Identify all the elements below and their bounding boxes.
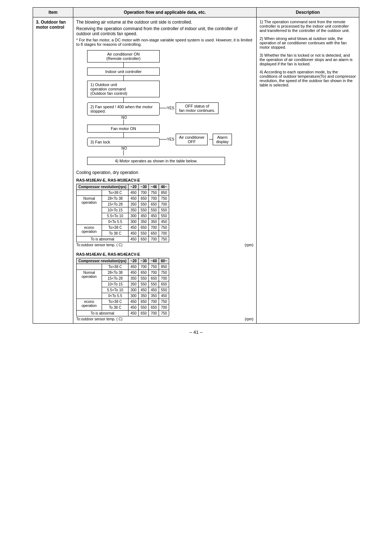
t1-h0: Compressor revolution(rps) <box>77 184 128 190</box>
flow-box-4: 4) Motor operates as shown in the table … <box>87 157 225 165</box>
table-row: Normaloperation 28<To 38 450650700750 <box>77 196 169 202</box>
table-row: To is abnormal 450650700750 <box>77 236 169 242</box>
table-row: econooperation To>38 C 450650700750 <box>77 225 169 231</box>
flow-box-2: Indoor unit controller <box>87 68 160 76</box>
t2-h2: ~30 <box>139 258 149 264</box>
header-item: Item <box>33 8 73 17</box>
alarm-box: Alarm display <box>213 134 232 145</box>
off-status-box: OFF status of fan motor continues. <box>176 102 219 114</box>
arrow-no-2 <box>123 150 124 155</box>
table-row: To is abnormal 450650700750 <box>77 311 169 316</box>
t2-h1: ~20 <box>128 258 139 264</box>
t1-h1: ~20 <box>128 184 139 190</box>
arrow-3 <box>123 97 124 102</box>
main-table: Item Operation flow and applicable data,… <box>33 7 359 324</box>
flow-diagram: Air conditioner ON (Remote controller) I… <box>87 50 253 165</box>
operation-cell: The blowing air volume at the outdoor un… <box>73 17 257 324</box>
intro1: The blowing air volume at the outdoor un… <box>76 20 253 25</box>
no-label-1: NO <box>122 116 127 119</box>
t2-h0: Compressor revolution(rps) <box>77 258 128 264</box>
arrow-no-1 <box>123 119 124 125</box>
intro2: Receiving the operation command from the… <box>76 26 253 36</box>
t2-h3: ~60 <box>149 258 159 264</box>
flow-diamond-1: 2) Fan speed ! 400 when the motor stoppe… <box>87 102 160 116</box>
table2-title: RAS-M14EAV-E, RAS-M14EACV-E <box>76 252 253 256</box>
yes-line-2 <box>160 139 167 139</box>
line-to-alarm <box>209 139 213 139</box>
flow-box-1: Air conditioner ON (Remote controller) <box>87 50 160 62</box>
no-label-2: NO <box>122 146 127 150</box>
yes-line-1 <box>160 108 167 108</box>
t2-h4: 60~ <box>159 258 169 264</box>
yes-label-1: YES <box>167 106 174 110</box>
table-row: econooperation To>38 C 450650700750 <box>77 299 169 305</box>
t1-h2: ~30 <box>139 184 149 190</box>
desc-4: 4) According to each operation mode, by … <box>260 70 356 87</box>
flow-diamond-2: 3) Fan lock <box>87 138 160 146</box>
cooling-label: Cooling operation, dry operation <box>76 170 253 175</box>
header-operation: Operation flow and applicable data, etc. <box>73 8 257 17</box>
table2: Compressor revolution(rps) ~20 ~30 ~60 6… <box>76 258 169 316</box>
t1-h3: ~46 <box>149 184 159 190</box>
item-title: 3. Outdoor fan motor control <box>36 20 66 30</box>
yes-label-2: YES <box>167 137 174 141</box>
arrow-1 <box>123 62 124 68</box>
table1-footer: To:outdoor sensor temp. ( C) (rpm) <box>76 243 253 247</box>
arrow-4 <box>123 133 124 138</box>
desc-1: 1) The operation command sent from the r… <box>260 20 356 33</box>
header-description: Description <box>257 8 359 17</box>
table2-footer: To:outdoor sensor temp. ( C) (rpm) <box>76 317 253 321</box>
desc-2: 2) When strong wind blows at outdoor sid… <box>260 36 356 49</box>
table-row: To>38 C 450700750850 <box>77 190 169 196</box>
flow-box-3: 1) Outdoor unit operation command (Outdo… <box>87 81 160 97</box>
air-cond-off-box: Air conditioner OFF <box>176 134 208 145</box>
page: Item Operation flow and applicable data,… <box>33 7 359 335</box>
table1-title: RAS-M18EAV-E, RAS-M18EACV-E <box>76 178 253 182</box>
arrow-2 <box>123 76 124 81</box>
t1-h4: 46~ <box>159 184 169 190</box>
note: * For the fan motor, a DC motor with non… <box>76 38 253 46</box>
table-row: Normaloperation 28<To 38 450650700750 <box>77 270 169 276</box>
item-cell: 3. Outdoor fan motor control <box>33 17 73 324</box>
table1: Compressor revolution(rps) ~20 ~30 ~46 4… <box>76 184 169 242</box>
table-row: To>38 C 450700750850 <box>77 264 169 270</box>
page-number: – 41 – <box>33 329 359 335</box>
desc-3: 3) Whether the fan is locked or not is d… <box>260 53 356 66</box>
fan-motor-on-box: Fan motor ON <box>87 125 160 133</box>
description-cell: 1) The operation command sent from the r… <box>257 17 359 324</box>
